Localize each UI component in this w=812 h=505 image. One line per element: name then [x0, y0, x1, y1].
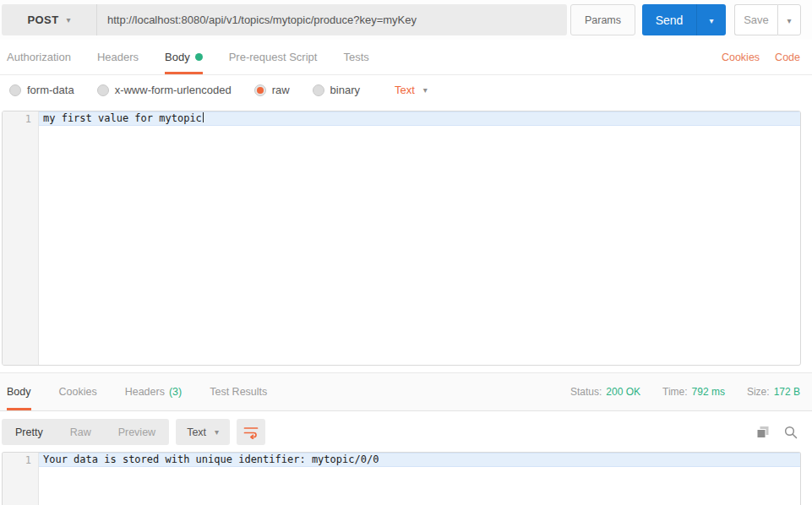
editor-line[interactable]: 1 my first value for mytopic [3, 111, 800, 126]
response-section-header: Body Cookies Headers (3) Test Results St… [0, 372, 812, 411]
request-tab-links: Cookies Code [722, 40, 800, 74]
radio-label: raw [272, 84, 290, 96]
radio-label: form-data [27, 84, 74, 96]
radio-icon [313, 84, 324, 96]
chevron-down-icon: ▾ [66, 16, 70, 24]
tab-label: Cookies [59, 386, 97, 398]
send-options-button[interactable]: ▾ [696, 4, 726, 35]
radio-binary[interactable]: binary [313, 84, 360, 96]
time-value: 792 ms [692, 386, 725, 398]
tab-body[interactable]: Body [165, 40, 203, 74]
request-url-bar: POST ▾ Params Send ▾ Save ▾ [0, 0, 812, 40]
editor-line[interactable]: 1 Your data is stored with unique identi… [3, 453, 800, 467]
format-label: Text [395, 84, 415, 96]
search-response-button[interactable] [782, 423, 800, 442]
wrap-text-button[interactable] [237, 419, 265, 445]
tab-label: Tests [343, 51, 368, 63]
radio-icon [9, 84, 21, 96]
response-toolbar: Pretty Raw Preview Text ▾ [0, 418, 812, 446]
radio-label: x-www-form-urlencoded [115, 84, 232, 96]
tab-label: Headers [125, 386, 165, 398]
chevron-down-icon: ▾ [215, 428, 219, 437]
line-number: 1 [3, 113, 39, 125]
response-tab-headers[interactable]: Headers (3) [125, 373, 183, 410]
tab-pre-request-script[interactable]: Pre-request Script [229, 40, 318, 74]
view-raw-button[interactable]: Raw [57, 419, 105, 445]
tab-label: Authorization [7, 51, 71, 63]
params-button[interactable]: Params [570, 4, 635, 35]
radio-selected-icon [254, 84, 266, 96]
view-preview-button[interactable]: Preview [105, 419, 169, 445]
time-stat: Time: 792 ms [662, 386, 725, 398]
code-link[interactable]: Code [775, 52, 800, 63]
response-view-switcher: Pretty Raw Preview [2, 419, 169, 445]
send-button[interactable]: Send [642, 4, 696, 35]
editor-line-content: Your data is stored with unique identifi… [39, 453, 800, 467]
copy-response-button[interactable] [754, 423, 772, 442]
response-body-viewer[interactable]: 1 Your data is stored with unique identi… [2, 452, 801, 505]
response-tab-cookies[interactable]: Cookies [59, 373, 97, 410]
tab-headers[interactable]: Headers [97, 40, 139, 74]
radio-icon [97, 84, 109, 96]
status-value: 200 OK [606, 386, 640, 398]
save-options-button[interactable]: ▾ [777, 4, 801, 35]
tab-authorization[interactable]: Authorization [7, 40, 71, 74]
size-stat: Size: 172 B [747, 386, 800, 398]
line-number: 1 [3, 454, 39, 466]
wrap-text-icon [243, 426, 259, 439]
radio-raw[interactable]: raw [254, 84, 290, 96]
cookies-link[interactable]: Cookies [722, 52, 760, 63]
status-stat: Status: 200 OK [570, 386, 640, 398]
request-tabs: Authorization Headers Body Pre-request S… [0, 40, 812, 75]
save-button[interactable]: Save [734, 4, 777, 35]
send-split-button: Send ▾ [642, 4, 726, 35]
request-body-editor[interactable]: 1 my first value for mytopic [2, 111, 801, 366]
response-stats: Status: 200 OK Time: 792 ms Size: 172 B [570, 373, 800, 410]
chevron-down-icon: ▾ [709, 16, 713, 25]
method-label: POST [27, 14, 58, 26]
save-split-button: Save ▾ [734, 4, 801, 35]
body-content-indicator-dot [195, 53, 203, 61]
text-cursor [203, 112, 204, 122]
tab-label: Body [7, 386, 31, 398]
tab-label: Headers [97, 51, 139, 63]
url-group: POST ▾ Params [2, 4, 635, 35]
radio-form-data[interactable]: form-data [9, 84, 74, 96]
method-dropdown[interactable]: POST ▾ [2, 4, 97, 35]
url-input[interactable] [97, 4, 567, 35]
radio-label: binary [330, 84, 360, 96]
tab-label: Pre-request Script [229, 51, 318, 63]
search-icon [784, 426, 798, 439]
status-label: Status: [570, 386, 602, 398]
editor-line-content: my first value for mytopic [39, 111, 800, 126]
tab-label: Test Results [210, 386, 267, 398]
response-tab-body[interactable]: Body [7, 373, 31, 410]
chevron-down-icon: ▾ [423, 86, 428, 95]
headers-count-badge: (3) [169, 386, 182, 398]
tab-label: Body [165, 51, 190, 63]
view-pretty-button[interactable]: Pretty [2, 419, 57, 445]
time-label: Time: [662, 386, 688, 398]
line-number-gutter [3, 111, 39, 365]
radio-x-www-form-urlencoded[interactable]: x-www-form-urlencoded [97, 84, 232, 96]
size-label: Size: [747, 386, 770, 398]
chevron-down-icon: ▾ [787, 16, 791, 25]
response-tab-test-results[interactable]: Test Results [210, 373, 267, 410]
tab-tests[interactable]: Tests [343, 40, 368, 74]
raw-format-dropdown[interactable]: Text ▾ [395, 84, 428, 96]
body-type-selector: form-data x-www-form-urlencoded raw bina… [0, 75, 812, 105]
format-label: Text [187, 426, 206, 438]
response-format-dropdown[interactable]: Text ▾ [176, 419, 230, 445]
copy-icon [756, 426, 770, 439]
size-value: 172 B [774, 386, 800, 398]
